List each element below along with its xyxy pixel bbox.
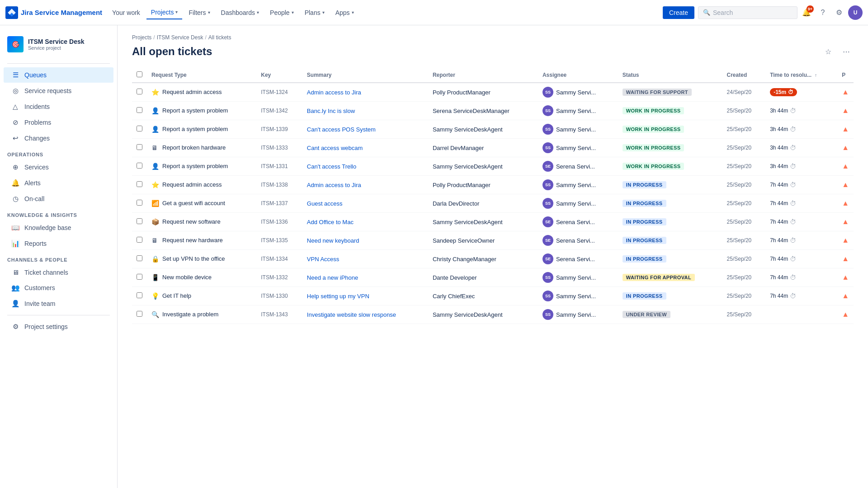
sidebar-item-incidents[interactable]: △ Incidents	[4, 99, 113, 114]
sidebar-item-invite-team[interactable]: 👤 Invite team	[4, 296, 113, 311]
row-checkbox[interactable]	[137, 181, 142, 187]
nav-people[interactable]: People ▾	[265, 6, 298, 19]
summary-link[interactable]: Admin access to Jira	[307, 182, 361, 188]
summary-link[interactable]: Can't access Trello	[307, 163, 356, 170]
sidebar-item-services[interactable]: ⊕ Services	[4, 160, 113, 175]
nav-apps[interactable]: Apps ▾	[331, 6, 359, 19]
row-checkbox[interactable]	[137, 89, 142, 94]
select-all-checkbox[interactable]	[137, 71, 142, 77]
assignee-name: Sammy Servi...	[556, 145, 596, 151]
request-type-cell: 📱 New mobile device	[147, 268, 256, 287]
row-checkbox[interactable]	[137, 255, 142, 261]
summary-link[interactable]: Need new keyboard	[307, 237, 359, 244]
app-logo[interactable]: Jira Service Management	[5, 6, 102, 19]
assignee-name: Sammy Servi...	[556, 126, 596, 133]
request-type-text: Set up VPN to the office	[162, 255, 225, 263]
row-checkbox[interactable]	[137, 218, 142, 224]
assignee-cell: SS Sammy Servi...	[538, 268, 618, 287]
nav-plans[interactable]: Plans ▾	[300, 6, 329, 19]
summary-link[interactable]: VPN Access	[307, 256, 340, 263]
request-type-cell: 👤 Report a system problem	[147, 157, 256, 176]
priority-icon: ▲	[842, 162, 849, 170]
breadcrumb-projects[interactable]: Projects	[132, 34, 151, 41]
nav-filters[interactable]: Filters ▾	[184, 6, 214, 19]
sidebar-item-knowledge-base[interactable]: 📖 Knowledge base	[4, 220, 113, 235]
notifications-button[interactable]: 🔔 9+	[799, 5, 814, 20]
help-button[interactable]: ?	[816, 5, 830, 20]
row-checkbox-cell	[132, 157, 147, 176]
create-button[interactable]: Create	[663, 6, 694, 19]
sidebar-item-project-settings[interactable]: ⚙ Project settings	[4, 319, 113, 334]
row-checkbox[interactable]	[137, 274, 142, 280]
sidebar-item-ticket-channels[interactable]: 🖥 Ticket channels	[4, 265, 113, 280]
col-key: Key	[256, 68, 302, 83]
sidebar-item-alerts[interactable]: 🔔 Alerts	[4, 175, 113, 191]
time-cell	[765, 305, 837, 324]
key-cell: ITSM-1339	[256, 120, 302, 139]
sidebar-item-alerts-label: Alerts	[24, 179, 41, 187]
search-placeholder: Search	[713, 9, 733, 16]
col-summary: Summary	[302, 68, 428, 83]
priority-icon: ▲	[842, 144, 849, 151]
status-badge: UNDER REVIEW	[623, 311, 670, 318]
settings-button[interactable]: ⚙	[832, 5, 846, 20]
key-cell: ITSM-1324	[256, 83, 302, 102]
sidebar-item-problems-label: Problems	[24, 119, 51, 126]
status-badge: WAITING FOR SUPPORT	[623, 89, 692, 96]
sidebar-item-queues[interactable]: ☰ Queues	[4, 67, 113, 83]
row-checkbox[interactable]	[137, 237, 142, 243]
search-bar[interactable]: 🔍 Search	[698, 6, 797, 19]
summary-link[interactable]: Can't access POS System	[307, 126, 376, 133]
clock-icon: ⏱	[790, 181, 796, 188]
user-avatar[interactable]: U	[848, 5, 863, 20]
request-type-text: Request new software	[162, 218, 221, 226]
table-row: ⭐ Request admin access ITSM-1324Admin ac…	[132, 83, 854, 102]
reports-icon: 📊	[11, 239, 20, 248]
row-checkbox[interactable]	[137, 126, 142, 131]
row-checkbox[interactable]	[137, 311, 142, 317]
problems-icon: ⊘	[11, 118, 20, 127]
sidebar-item-changes[interactable]: ↩ Changes	[4, 131, 113, 146]
row-checkbox-cell	[132, 83, 147, 102]
incidents-icon: △	[11, 103, 20, 111]
row-checkbox-cell	[132, 287, 147, 305]
summary-cell: Can't access POS System	[302, 120, 428, 139]
star-button[interactable]: ☆	[821, 44, 835, 59]
time-cell: 3h 44m ⏱	[765, 102, 837, 120]
row-checkbox[interactable]	[137, 144, 142, 150]
summary-link[interactable]: Help setting up my VPN	[307, 293, 369, 300]
sidebar-item-service-requests[interactable]: ◎ Service requests	[4, 83, 113, 99]
summary-link[interactable]: Investigate website slow response	[307, 311, 396, 318]
summary-link[interactable]: Banc.ly Inc is slow	[307, 108, 355, 114]
breadcrumb-itsm[interactable]: ITSM Service Desk	[157, 34, 203, 41]
more-options-button[interactable]: ⋯	[839, 44, 854, 59]
breadcrumb-all-tickets[interactable]: All tickets	[208, 34, 231, 41]
sidebar-item-problems[interactable]: ⊘ Problems	[4, 115, 113, 130]
summary-link[interactable]: Need a new iPhone	[307, 274, 358, 281]
time-normal: 7h 44m	[770, 237, 788, 244]
summary-link[interactable]: Admin access to Jira	[307, 89, 361, 96]
projects-chevron-icon: ▾	[175, 9, 178, 14]
row-checkbox[interactable]	[137, 292, 142, 298]
nav-dashboards[interactable]: Dashboards ▾	[217, 6, 264, 19]
request-type-text: Report broken hardware	[162, 144, 226, 152]
nav-projects[interactable]: Projects ▾	[146, 6, 183, 19]
assignee-avatar: SE	[542, 253, 553, 264]
channels-section-label: CHANNELS & PEOPLE	[0, 252, 117, 264]
status-cell: IN PROGRESS	[618, 213, 722, 231]
row-checkbox-cell	[132, 102, 147, 120]
sidebar-item-reports[interactable]: 📊 Reports	[4, 236, 113, 251]
col-time-to-resolution[interactable]: Time to resolu... ↑	[765, 68, 837, 83]
sidebar-item-knowledge-base-label: Knowledge base	[24, 224, 71, 231]
summary-link[interactable]: Add Office to Mac	[307, 219, 354, 225]
summary-link[interactable]: Cant access webcam	[307, 145, 363, 151]
help-icon: ?	[821, 9, 825, 17]
assignee-name: Sammy Servi...	[556, 200, 596, 207]
row-checkbox[interactable]	[137, 107, 142, 113]
sidebar-item-on-call[interactable]: ◷ On-call	[4, 191, 113, 206]
summary-link[interactable]: Guest access	[307, 200, 343, 207]
sidebar-item-customers[interactable]: 👥 Customers	[4, 280, 113, 296]
nav-your-work[interactable]: Your work	[108, 6, 145, 19]
row-checkbox[interactable]	[137, 200, 142, 206]
row-checkbox[interactable]	[137, 163, 142, 169]
